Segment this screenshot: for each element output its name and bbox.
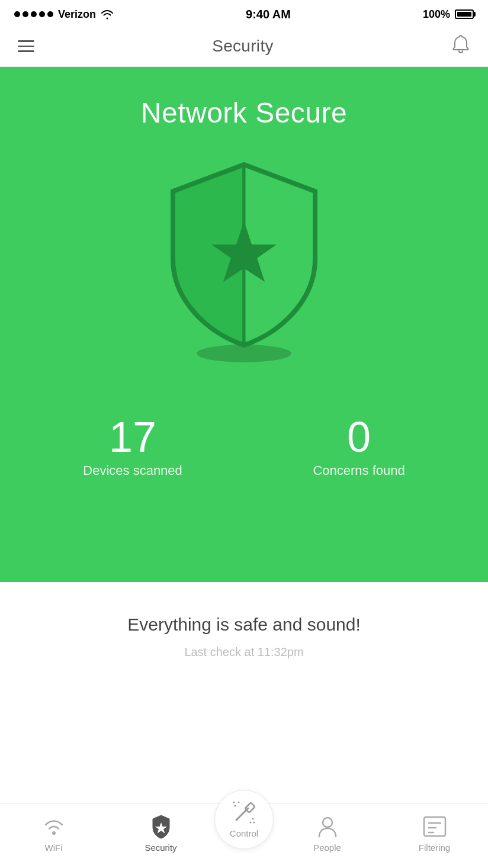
devices-scanned-stat: 17 Devices scanned bbox=[83, 416, 182, 478]
devices-scanned-count: 17 bbox=[83, 416, 182, 458]
security-nav-icon bbox=[150, 814, 172, 839]
svg-point-6 bbox=[238, 802, 240, 803]
wifi-nav-label: WiFi bbox=[45, 843, 63, 853]
filtering-nav-icon bbox=[423, 814, 447, 839]
security-nav-label: Security bbox=[145, 843, 176, 853]
last-check-label: Last check at 11:32pm bbox=[18, 645, 470, 659]
control-nav-label: Control bbox=[230, 828, 258, 838]
safe-section: Everything is safe and sound! Last check… bbox=[0, 582, 488, 677]
bottom-nav: WiFi Security Co bbox=[0, 803, 488, 868]
hamburger-line bbox=[18, 46, 34, 47]
concerns-found-label: Concerns found bbox=[313, 463, 404, 478]
hamburger-line bbox=[18, 40, 34, 42]
shield-wrapper bbox=[161, 159, 327, 362]
devices-scanned-label: Devices scanned bbox=[83, 463, 182, 478]
svg-point-9 bbox=[250, 822, 252, 824]
svg-rect-12 bbox=[424, 817, 445, 836]
status-bar: Verizon 9:40 AM 100% bbox=[0, 0, 488, 26]
nav-item-people[interactable]: People bbox=[274, 814, 381, 857]
header: Security bbox=[0, 26, 488, 67]
notifications-button[interactable] bbox=[451, 34, 470, 58]
svg-point-1 bbox=[52, 831, 56, 835]
status-time: 9:40 AM bbox=[246, 8, 291, 21]
svg-point-7 bbox=[233, 802, 235, 803]
carrier-label: Verizon bbox=[58, 8, 96, 21]
signal-dot bbox=[14, 11, 20, 17]
hero-section: Network Secure 17 Devices scanned 0 bbox=[0, 67, 488, 582]
nav-item-wifi[interactable]: WiFi bbox=[0, 814, 107, 857]
battery-fill bbox=[457, 12, 471, 17]
page-title: Security bbox=[212, 37, 274, 56]
stats-row: 17 Devices scanned 0 Concerns found bbox=[18, 416, 470, 478]
safe-message: Everything is safe and sound! bbox=[18, 615, 470, 635]
concerns-found-count: 0 bbox=[313, 416, 404, 458]
menu-button[interactable] bbox=[18, 40, 34, 52]
wifi-status-icon bbox=[101, 9, 114, 20]
signal-dots bbox=[14, 11, 53, 17]
battery-icon bbox=[455, 9, 474, 19]
svg-point-11 bbox=[323, 818, 332, 827]
signal-dot bbox=[39, 11, 45, 17]
nav-item-control[interactable]: Control bbox=[214, 790, 274, 849]
security-shield-icon bbox=[161, 159, 327, 348]
signal-dot bbox=[31, 11, 37, 17]
status-left: Verizon bbox=[14, 8, 114, 21]
battery-percent-label: 100% bbox=[423, 8, 450, 21]
svg-point-5 bbox=[235, 805, 236, 807]
filtering-nav-label: Filtering bbox=[419, 843, 450, 853]
status-right: 100% bbox=[423, 8, 474, 21]
people-nav-icon bbox=[317, 814, 338, 839]
hamburger-line bbox=[18, 50, 34, 52]
people-nav-label: People bbox=[313, 843, 341, 853]
network-status-title: Network Secure bbox=[141, 97, 347, 129]
nav-item-security[interactable]: Security bbox=[107, 814, 214, 857]
nav-item-filtering[interactable]: Filtering bbox=[381, 814, 488, 857]
signal-dot bbox=[47, 11, 53, 17]
svg-point-8 bbox=[252, 818, 254, 820]
svg-point-10 bbox=[253, 822, 255, 824]
wifi-nav-icon bbox=[43, 814, 65, 839]
control-nav-icon bbox=[230, 800, 258, 825]
signal-dot bbox=[23, 11, 28, 17]
concerns-found-stat: 0 Concerns found bbox=[313, 416, 404, 478]
